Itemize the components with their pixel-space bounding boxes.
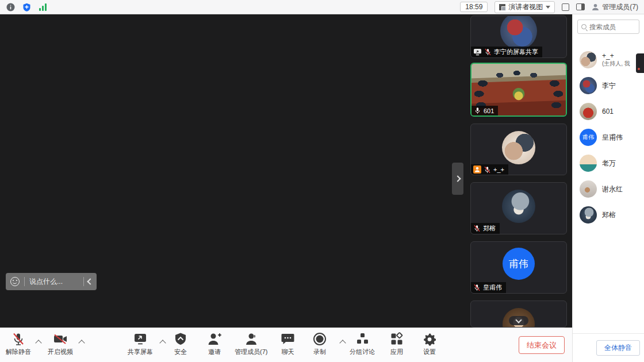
gear-icon — [423, 332, 436, 346]
network-signal-icon[interactable] — [38, 2, 47, 11]
video-tile-room-601[interactable]: 601 — [470, 63, 567, 117]
chat-button[interactable]: 聊天 — [281, 332, 295, 356]
host-badge-icon — [473, 165, 481, 174]
video-tile-huangfuwei[interactable]: 甫伟 皇甫伟 — [470, 241, 567, 294]
share-options-chevron[interactable] — [159, 340, 166, 346]
participant-row[interactable]: 甫伟 皇甫伟 — [573, 124, 644, 150]
mute-all-button[interactable]: 全体静音 — [596, 340, 640, 356]
person-add-icon — [207, 332, 222, 346]
shield-icon — [174, 332, 187, 346]
expand-video-strip-button[interactable] — [452, 163, 463, 195]
chat-bubble-icon — [281, 332, 295, 346]
meeting-toolbar: 解除静音 开启视频 共享屏幕 安全 邀请 管理成员(7) 聊天 录制 分组讨论 … — [0, 328, 572, 362]
chat-collapse-icon[interactable] — [84, 279, 97, 284]
end-meeting-button[interactable]: 结束会议 — [519, 336, 565, 354]
avatar-initials: 甫伟 — [503, 248, 535, 280]
search-icon — [581, 24, 586, 29]
tile-name: 郑榕 — [483, 224, 496, 233]
scroll-tiles-down-button[interactable] — [509, 316, 528, 325]
avatar — [580, 103, 597, 120]
mic-muted-icon — [484, 48, 492, 56]
search-input[interactable] — [589, 24, 630, 30]
video-options-chevron[interactable] — [78, 340, 85, 346]
participants-panel: +_+ (主持人, 我 李宁 601 甫伟 皇甫伟 老万 谢永红 郑榕 — [572, 14, 644, 362]
video-tile-zhengrong[interactable]: 郑榕 — [470, 182, 567, 234]
record-options-chevron[interactable] — [339, 340, 346, 346]
meeting-info-icon[interactable] — [6, 2, 15, 11]
meeting-clock: 18:59 — [460, 2, 488, 12]
avatar — [580, 206, 597, 224]
record-icon — [313, 332, 327, 346]
mic-muted-icon — [12, 332, 25, 346]
mic-muted-icon — [484, 166, 491, 174]
video-tile-lining-share[interactable]: 李宁的屏幕共享 — [470, 16, 567, 58]
record-button[interactable]: 录制 — [313, 332, 327, 356]
avatar — [502, 190, 535, 223]
tile-name: 李宁的屏幕共享 — [494, 48, 538, 56]
person-icon — [592, 3, 599, 11]
layout-grid-icon — [499, 4, 505, 10]
mic-muted-icon — [473, 284, 481, 291]
video-tile-partial[interactable] — [470, 301, 567, 328]
participant-row[interactable]: 谢永红 — [573, 176, 644, 202]
person-icon — [244, 332, 258, 346]
tile-name: 皇甫伟 — [483, 283, 502, 292]
chevron-down-icon — [546, 6, 550, 9]
chat-placeholder[interactable]: 说点什么... — [25, 277, 83, 287]
side-panel-toggle-icon[interactable] — [576, 3, 585, 10]
mic-muted-icon — [473, 225, 481, 232]
participant-list: +_+ (主持人, 我 李宁 601 甫伟 皇甫伟 老万 谢永红 郑榕 — [573, 47, 644, 228]
unmute-options-chevron[interactable] — [35, 340, 41, 346]
avatar-initials: 甫伟 — [580, 129, 597, 146]
participant-row[interactable]: 郑榕 — [573, 202, 644, 228]
tooltip-fragment — [636, 53, 644, 73]
meeting-topbar: 18:59 演讲者视图 管理成员(7) — [0, 0, 644, 14]
screen-share-icon — [473, 48, 482, 56]
avatar — [580, 77, 597, 94]
manage-members-top[interactable]: 管理成员(7) — [592, 2, 638, 12]
tile-name: 601 — [484, 107, 494, 114]
invite-button[interactable]: 邀请 — [207, 332, 222, 356]
camera-muted-icon — [53, 332, 68, 346]
apps-icon — [390, 332, 404, 346]
tile-name: +_+ — [493, 166, 504, 173]
avatar — [502, 131, 535, 164]
unmute-button[interactable]: 解除静音 — [6, 332, 31, 356]
chat-quick-input[interactable]: 说点什么... — [6, 273, 97, 290]
start-video-button[interactable]: 开启视频 — [48, 332, 73, 356]
apps-button[interactable]: 应用 — [390, 332, 404, 356]
avatar — [580, 180, 597, 198]
fullscreen-icon[interactable] — [562, 3, 569, 11]
mic-on-icon — [474, 107, 481, 114]
participant-row[interactable]: 李宁 — [573, 72, 644, 98]
settings-button[interactable]: 设置 — [423, 332, 436, 356]
avatar — [500, 16, 537, 49]
security-button[interactable]: 安全 — [174, 332, 187, 356]
panel-footer: 全体静音 — [573, 333, 644, 362]
emoji-icon[interactable] — [10, 277, 20, 286]
shield-protection-icon[interactable] — [22, 2, 31, 11]
host-role-label: (主持人, 我 — [602, 60, 630, 68]
breakout-rooms-icon — [355, 332, 370, 346]
avatar — [580, 51, 597, 68]
chevron-right-icon — [454, 175, 461, 182]
video-tile-host[interactable]: +_+ — [470, 124, 567, 175]
breakout-rooms-button[interactable]: 分组讨论 — [350, 332, 375, 356]
view-mode-dropdown[interactable]: 演讲者视图 — [494, 1, 555, 13]
avatar — [580, 155, 597, 172]
view-mode-label: 演讲者视图 — [508, 2, 543, 12]
share-screen-icon — [133, 332, 148, 346]
participant-row[interactable]: 601 — [573, 98, 644, 124]
share-screen-button[interactable]: 共享屏幕 — [128, 332, 153, 356]
participant-row[interactable]: 老万 — [573, 150, 644, 176]
manage-members-button[interactable]: 管理成员(7) — [235, 332, 267, 356]
participant-row-host[interactable]: +_+ (主持人, 我 — [573, 47, 644, 72]
member-search-box[interactable] — [577, 20, 639, 34]
